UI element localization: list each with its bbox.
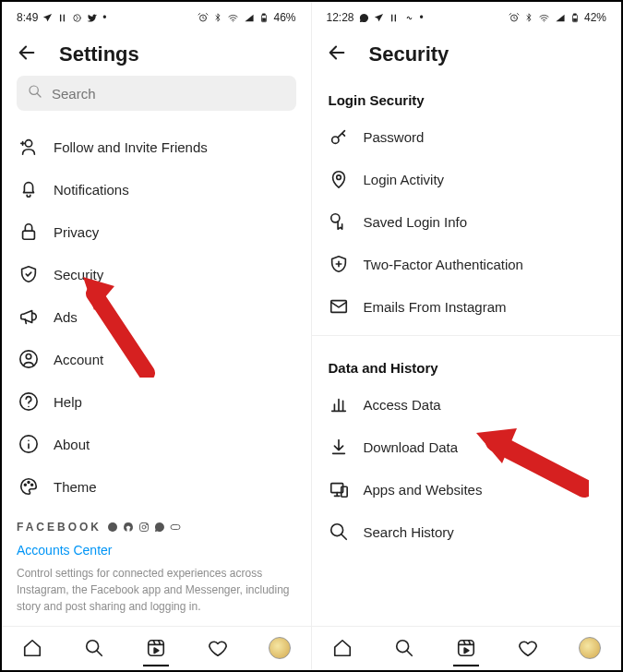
password-item[interactable]: Password: [327, 115, 607, 158]
ads-item[interactable]: Ads: [17, 295, 296, 338]
svg-rect-21: [149, 640, 164, 655]
section-login-security: Login Security: [327, 76, 607, 115]
help-icon: [18, 391, 39, 412]
key-outline-icon: [329, 211, 349, 232]
svg-point-9: [26, 354, 31, 360]
svg-rect-34: [459, 640, 474, 655]
nav-search-icon[interactable]: [393, 637, 415, 659]
shield-plus-icon: [329, 254, 349, 274]
search-icon: [329, 522, 349, 542]
svg-rect-3: [263, 13, 266, 14]
status-bar: 12:28 • 42%: [312, 2, 622, 28]
facebook-block: FACEBOOK Accounts Center Control setting…: [17, 521, 296, 615]
divider: [312, 335, 622, 336]
about-item[interactable]: About: [17, 423, 296, 465]
pause-icon: [57, 13, 67, 23]
nav-reels-icon[interactable]: [455, 637, 477, 659]
svg-point-6: [25, 140, 31, 147]
signal-icon: [555, 13, 566, 23]
accounts-center-link[interactable]: Accounts Center: [17, 543, 296, 558]
access-data-item[interactable]: Access Data: [327, 383, 607, 426]
whatsapp-icon: [359, 13, 369, 23]
signal-icon: [244, 13, 255, 23]
item-label: Download Data: [364, 439, 459, 455]
settings-screen: 8:49 • 46% Settings: [2, 2, 312, 670]
item-label: Privacy: [54, 224, 99, 240]
page-title: Settings: [59, 42, 139, 66]
item-label: Help: [54, 394, 82, 410]
bottom-nav: [2, 626, 311, 670]
nav-home-icon[interactable]: [21, 637, 43, 659]
nav-profile-avatar[interactable]: [269, 637, 291, 659]
header: Security: [312, 28, 622, 76]
alarm-icon: [198, 12, 209, 23]
location-icon: [329, 169, 349, 189]
nav-heart-icon[interactable]: [517, 637, 539, 659]
svg-point-27: [336, 175, 341, 180]
telegram-icon: [374, 13, 384, 23]
nav-home-icon[interactable]: [331, 637, 353, 659]
battery-icon: [259, 12, 269, 24]
notifications-item[interactable]: Notifications: [17, 168, 296, 210]
lock-icon: [18, 222, 39, 242]
key-icon: [329, 126, 349, 147]
section-data-history: Data and History: [327, 343, 607, 383]
pause-icon: [389, 13, 399, 23]
info-icon: [18, 434, 39, 454]
apps-websites-item[interactable]: Apps and Websites: [327, 468, 607, 510]
item-label: Theme: [54, 479, 97, 495]
emails-item[interactable]: Emails From Instagram: [327, 285, 607, 328]
help-item[interactable]: Help: [17, 380, 296, 423]
two-factor-item[interactable]: Two-Factor Authentication: [327, 243, 607, 285]
status-time: 8:49: [17, 11, 38, 24]
palette-icon: [18, 476, 39, 497]
saved-login-item[interactable]: Saved Login Info: [327, 200, 607, 243]
svg-rect-31: [341, 486, 346, 497]
user-circle-icon: [18, 349, 39, 369]
security-item[interactable]: Security: [17, 253, 296, 295]
item-label: Saved Login Info: [364, 214, 468, 230]
nav-search-icon[interactable]: [83, 637, 105, 659]
nav-reels-icon[interactable]: [145, 637, 167, 659]
nav-heart-icon[interactable]: [207, 637, 229, 659]
devices-icon: [329, 479, 349, 499]
accounts-center-desc: Control settings for connected experienc…: [17, 565, 296, 615]
item-label: Ads: [54, 309, 78, 325]
back-icon[interactable]: [327, 42, 347, 66]
page-title: Security: [369, 42, 449, 66]
item-label: Follow and Invite Friends: [54, 139, 208, 155]
wifi-icon: [227, 13, 239, 23]
alarm-icon: [509, 12, 520, 23]
status-battery-pct: 46%: [273, 11, 295, 24]
item-label: About: [54, 437, 90, 452]
nav-profile-avatar[interactable]: [579, 637, 601, 659]
login-activity-item[interactable]: Login Activity: [327, 158, 607, 200]
search-input[interactable]: [17, 76, 296, 111]
svg-rect-24: [574, 13, 577, 14]
battery-icon: [570, 12, 580, 24]
item-label: Notifications: [54, 182, 129, 198]
download-data-item[interactable]: Download Data: [327, 426, 607, 468]
status-battery-pct: 42%: [584, 11, 606, 24]
search-field[interactable]: [52, 86, 285, 102]
search-icon: [28, 84, 42, 102]
privacy-item[interactable]: Privacy: [17, 210, 296, 253]
svg-point-13: [28, 482, 30, 484]
facebook-brand: FACEBOOK: [17, 521, 102, 534]
theme-item[interactable]: Theme: [17, 465, 296, 508]
twitter-icon: [87, 13, 98, 23]
follow-invite-item[interactable]: Follow and Invite Friends: [17, 126, 296, 168]
bell-icon: [18, 179, 39, 199]
item-label: Security: [54, 267, 103, 282]
bottom-nav: [312, 626, 622, 670]
shield-check-icon: [18, 264, 39, 284]
back-icon[interactable]: [17, 42, 37, 66]
account-item[interactable]: Account: [17, 338, 296, 380]
item-label: Apps and Websites: [364, 482, 483, 498]
status-bar: 8:49 • 46%: [2, 2, 311, 28]
infinity-icon: [403, 14, 415, 22]
chart-icon: [329, 394, 349, 414]
search-history-item[interactable]: Search History: [327, 510, 607, 553]
item-label: Search History: [364, 524, 454, 540]
dot-icon: •: [420, 11, 424, 24]
